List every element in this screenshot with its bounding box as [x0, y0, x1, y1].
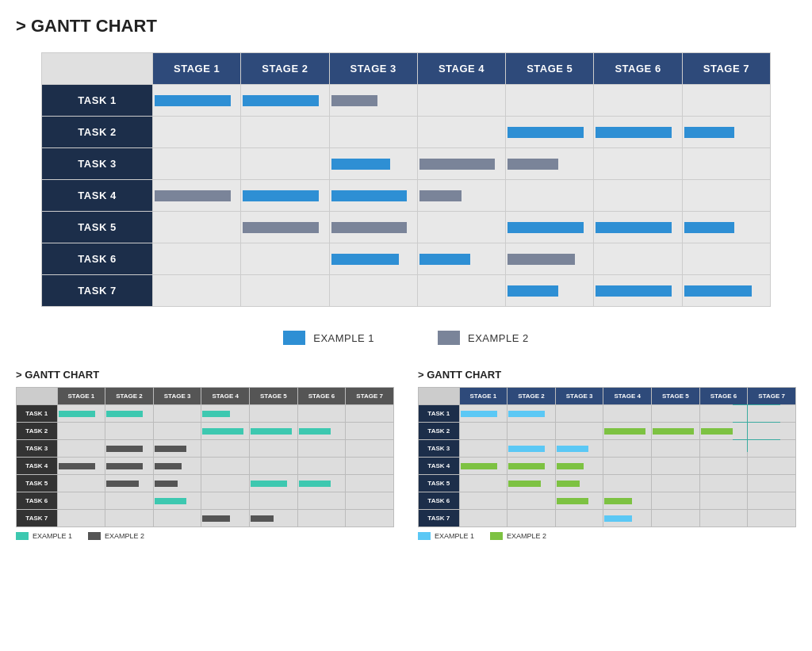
small-stage-1: STAGE 1 — [459, 388, 508, 405]
small-task-label: TASK 4 — [419, 458, 460, 475]
task-cell — [241, 117, 329, 148]
task-cell — [241, 243, 329, 275]
table-row: TASK 3 — [17, 440, 394, 458]
task-cell — [682, 212, 770, 243]
task-cell — [594, 180, 682, 212]
small-task-label: TASK 6 — [419, 492, 460, 510]
small-stage-2: STAGE 2 — [105, 388, 154, 405]
gantt-table: STAGE 1 STAGE 2 STAGE 3 STAGE 4 STAGE 5 … — [41, 52, 771, 307]
small-stage-7: STAGE 7 — [748, 388, 796, 405]
table-row: TASK 2 — [419, 423, 796, 440]
task-cell — [241, 180, 329, 212]
small-stage-3: STAGE 3 — [555, 388, 603, 405]
empty-header-cell — [42, 53, 153, 85]
small-stage-4: STAGE 4 — [201, 388, 250, 405]
task-cell — [329, 85, 417, 117]
main-gantt-chart: STAGE 1 STAGE 2 STAGE 3 STAGE 4 STAGE 5 … — [41, 52, 771, 307]
small-task-label: TASK 7 — [419, 510, 460, 527]
task-cell — [241, 212, 329, 243]
small-stage-4: STAGE 4 — [603, 388, 652, 405]
table-row: TASK 7 — [42, 275, 771, 307]
table-row: TASK 5 — [419, 475, 796, 492]
small-legend-item-3: EXAMPLE 1 — [418, 532, 474, 540]
task-cell — [506, 148, 594, 180]
small-title-1: > GANTT CHART — [16, 369, 394, 381]
task-cell — [153, 212, 241, 243]
table-row: TASK 5 — [42, 212, 771, 243]
small-empty-header — [419, 388, 460, 405]
task-cell — [329, 117, 417, 148]
task-cell — [241, 85, 329, 117]
task-cell — [417, 243, 505, 275]
table-row: TASK 4 — [17, 458, 394, 475]
small-gantt-1: > GANTT CHART STAGE 1 STAGE 2 STAGE 3 ST… — [16, 369, 394, 540]
legend-item-1: EXAMPLE 1 — [283, 331, 374, 345]
small-legend-color-1 — [16, 532, 29, 540]
task-cell — [594, 275, 682, 307]
task-cell — [682, 275, 770, 307]
task-cell — [682, 243, 770, 275]
task-cell — [329, 275, 417, 307]
table-row: TASK 6 — [419, 492, 796, 510]
small-stage-1: STAGE 1 — [57, 388, 105, 405]
task-cell — [153, 180, 241, 212]
small-task-label: TASK 5 — [17, 475, 58, 492]
task-cell — [594, 212, 682, 243]
table-row: TASK 6 — [17, 492, 394, 510]
task-label: TASK 3 — [42, 148, 153, 180]
small-stage-7: STAGE 7 — [346, 388, 394, 405]
small-task-label: TASK 1 — [419, 405, 460, 423]
small-stage-3: STAGE 3 — [153, 388, 201, 405]
small-stage-6: STAGE 6 — [699, 388, 748, 405]
task-cell — [682, 85, 770, 117]
task-cell — [417, 85, 505, 117]
small-task-label: TASK 2 — [419, 423, 460, 440]
table-row: TASK 7 — [419, 510, 796, 527]
task-cell — [153, 148, 241, 180]
task-cell — [153, 85, 241, 117]
small-stage-5: STAGE 5 — [250, 388, 298, 405]
small-legend-label-1: EXAMPLE 1 — [33, 532, 72, 540]
task-cell — [417, 275, 505, 307]
stage-header-2: STAGE 2 — [241, 53, 329, 85]
task-cell — [594, 243, 682, 275]
stage-header-6: STAGE 6 — [594, 53, 682, 85]
table-row: TASK 6 — [42, 243, 771, 275]
table-row: TASK 3 — [42, 148, 771, 180]
task-cell — [506, 85, 594, 117]
task-label: TASK 5 — [42, 212, 153, 243]
small-stage-5: STAGE 5 — [652, 388, 700, 405]
task-label: TASK 1 — [42, 85, 153, 117]
task-cell — [506, 243, 594, 275]
task-cell — [682, 180, 770, 212]
task-cell — [682, 117, 770, 148]
task-cell — [682, 148, 770, 180]
task-cell — [329, 148, 417, 180]
small-stage-6: STAGE 6 — [297, 388, 346, 405]
small-legend-label-3: EXAMPLE 1 — [435, 532, 474, 540]
legend-label-1: EXAMPLE 1 — [313, 332, 374, 344]
table-row: TASK 7 — [17, 510, 394, 527]
table-row: TASK 2 — [42, 117, 771, 148]
task-cell — [506, 117, 594, 148]
stage-header-4: STAGE 4 — [417, 53, 505, 85]
small-task-label: TASK 2 — [17, 423, 58, 440]
task-cell — [594, 85, 682, 117]
small-task-label: TASK 1 — [17, 405, 58, 423]
small-charts-row: > GANTT CHART STAGE 1 STAGE 2 STAGE 3 ST… — [16, 369, 796, 540]
legend-color-blue — [283, 331, 305, 345]
task-cell — [506, 180, 594, 212]
task-cell — [329, 180, 417, 212]
task-cell — [417, 212, 505, 243]
small-title-2: > GANTT CHART — [418, 369, 796, 381]
task-label: TASK 2 — [42, 117, 153, 148]
table-row: TASK 4 — [42, 180, 771, 212]
task-label: TASK 7 — [42, 275, 153, 307]
task-cell — [417, 180, 505, 212]
task-label: TASK 6 — [42, 243, 153, 275]
small-task-label: TASK 7 — [17, 510, 58, 527]
task-cell — [506, 212, 594, 243]
small-legend-2: EXAMPLE 1 EXAMPLE 2 — [418, 532, 796, 540]
chart-legend: EXAMPLE 1 EXAMPLE 2 — [16, 331, 796, 345]
task-cell — [329, 212, 417, 243]
